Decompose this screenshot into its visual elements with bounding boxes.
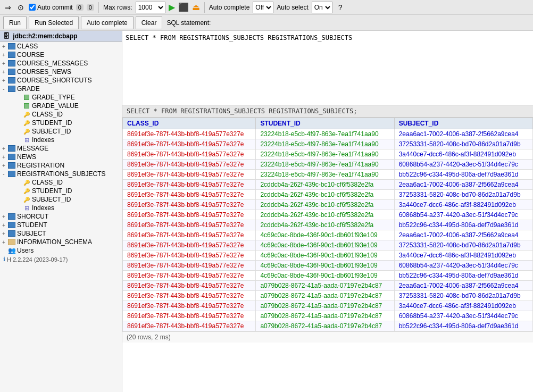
fk-icon-SUBJECT_ID_2: 🔑 [22,196,31,203]
badge1: 0 [76,4,84,11]
table-icon-SUBJECT [7,230,16,237]
sidebar-item-STUDENT_ID_1[interactable]: 🔑 STUDENT_ID [0,119,122,127]
sidebar-item-GRADE[interactable]: - GRADE [0,85,122,93]
label-REGISTRATIONS_SUBJECTS: REGISTRATIONS_SUBJECTS [17,170,105,178]
main-layout: 🗄 jdbc:h2:mem:dcbapp + CLASS + COURSE + … [0,31,533,392]
sql-editor[interactable]: SELECT * FROM REGISTRATIONS_SUBJECTS REG… [122,31,533,105]
help-icon[interactable]: ? [336,3,345,12]
table-row: 8691ef3e-787f-443b-bbf8-419a577e327e2cdd… [123,180,533,190]
table-icon-NEWS [7,153,16,161]
auto-complete-select[interactable]: Off On [253,2,273,13]
sidebar-item-SUBJECT[interactable]: + SUBJECT [0,229,122,238]
auto-select-select[interactable]: On Off [312,2,332,13]
table-icon-CLASS [7,43,16,50]
results-area: SELECT * FROM REGISTRATIONS_SUBJECTS REG… [122,105,533,392]
table-cell: 37253331-5820-408c-bd70-86d2a01a7d9b [394,139,532,149]
table-cell: 8691ef3e-787f-443b-bbf8-419a577e327e [123,190,256,200]
autocommit-label[interactable]: Auto commit [29,4,73,11]
label-COURSES_SHORTCUTS: COURSES_SHORTCUTS [17,77,91,84]
toggle-SUBJECT: + [0,231,7,237]
sidebar-item-REGISTRATIONS_SUBJECTS[interactable]: - REGISTRATIONS_SUBJECTS [0,170,122,178]
table-cell: 8691ef3e-787f-443b-bbf8-419a577e327e [123,271,256,281]
run-orange-btn[interactable]: ⏏ [192,2,200,12]
sidebar-item-CLASS[interactable]: + CLASS [0,42,122,51]
toggle-MESSAGE: + [0,146,7,152]
label-STUDENT_ID_2: STUDENT_ID [32,187,72,195]
autocommit-checkbox[interactable] [29,4,36,11]
table-cell: 3a440ce7-dcc6-486c-af3f-882491d092eb [394,251,532,261]
label-CLASS: CLASS [17,43,38,50]
sidebar-item-REGISTRATION[interactable]: + REGISTRATION [0,161,122,170]
autocommit-text: Auto commit [37,4,73,11]
table-cell: 8691ef3e-787f-443b-bbf8-419a577e327e [123,160,256,170]
sidebar-item-CLASS_ID_1[interactable]: 🔑 CLASS_ID [0,110,122,119]
sidebar-item-COURSES_MESSAGES[interactable]: + COURSES_MESSAGES [0,59,122,68]
run-button[interactable]: Run [3,16,27,29]
sidebar-item-COURSES_SHORTCUTS[interactable]: + COURSES_SHORTCUTS [0,76,122,85]
index-icon-INDEXES_1: ⊞ [22,136,31,144]
sidebar-item-SUBJECT_ID_2[interactable]: 🔑 SUBJECT_ID [0,195,122,204]
run-green-btn[interactable]: ▶ [169,2,175,12]
sidebar: 🗄 jdbc:h2:mem:dcbapp + CLASS + COURSE + … [0,31,122,392]
col-header-SUBJECT_ID[interactable]: SUBJECT_ID [394,118,532,129]
table-cell: 4c69c0ac-8bde-436f-90c1-db601f93e109 [256,240,394,251]
separator1 [98,2,99,13]
table-icon-REGISTRATIONS_SUBJECTS [7,170,16,178]
sidebar-item-GRADE_VALUE[interactable]: GRADE_VALUE [0,102,122,110]
sidebar-item-INDEXES_2[interactable]: ⊞ Indexes [0,204,122,212]
table-cell: 8691ef3e-787f-443b-bbf8-419a577e327e [123,261,256,271]
table-cell: 37253331-5820-408c-bd70-86d2a01a7d9b [394,291,532,301]
info-icon: ℹ [3,256,5,263]
auto-complete-button[interactable]: Auto complete [81,16,134,29]
label-GRADE_VALUE: GRADE_VALUE [32,102,79,110]
sidebar-item-STUDENT[interactable]: + STUDENT [0,221,122,229]
sidebar-item-users[interactable]: 👥 Users [0,246,122,255]
table-cell: 60868b54-a237-4420-a3ec-51f34d4ec79c [394,210,532,220]
sidebar-item-SUBJECT_ID_1[interactable]: 🔑 SUBJECT_ID [0,127,122,136]
top-toolbar: ⇒ ⊙ Auto commit 0 0 Max rows: 1000 100 5… [0,0,533,15]
table-cell: 8691ef3e-787f-443b-bbf8-419a577e327e [123,281,256,291]
sidebar-item-INDEXES_1[interactable]: ⊞ Indexes [0,136,122,144]
label-INDEXES_1: Indexes [32,136,54,144]
table-cell: 23224b18-e5cb-4f97-863e-7ea1f741aa90 [256,170,394,180]
sidebar-item-SHORCUT[interactable]: + SHORCUT [0,212,122,221]
sidebar-item-CLASS_ID_2[interactable]: 🔑 CLASS_ID [0,178,122,187]
label-REGISTRATION: REGISTRATION [17,162,64,169]
sidebar-item-INFORMATION_SCHEMA[interactable]: + INFORMATION_SCHEMA [0,238,122,246]
label-STUDENT: STUDENT [17,221,47,229]
sidebar-item-MESSAGE[interactable]: + MESSAGE [0,144,122,153]
right-panel: SELECT * FROM REGISTRATIONS_SUBJECTS REG… [122,31,533,392]
toggle-CLASS: + [0,44,7,49]
col-icon-GRADE_VALUE [22,102,31,110]
clear-button[interactable]: Clear [136,16,163,29]
max-rows-select[interactable]: 1000 100 500 10000 [136,2,165,13]
table-cell: 8691ef3e-787f-443b-bbf8-419a577e327e [123,301,256,311]
label-SUBJECT_ID_2: SUBJECT_ID [32,196,71,203]
table-icon-MESSAGE [7,145,16,152]
sidebar-item-GRADE_TYPE[interactable]: GRADE_TYPE [0,93,122,102]
sidebar-item-COURSE[interactable]: + COURSE [0,51,122,59]
users-icon: 👥 [7,247,16,254]
sidebar-item-COURSES_NEWS[interactable]: + COURSES_NEWS [0,68,122,76]
stop-btn[interactable]: ⬛ [178,2,189,12]
table-row: 8691ef3e-787f-443b-bbf8-419a577e327e4c69… [123,261,533,271]
circle-icon: ⊙ [16,3,26,12]
table-cell: 2cddcb4a-262f-439c-bc10-cf6f5382e2fa [256,210,394,220]
fk-icon-STUDENT_ID_2: 🔑 [22,187,31,195]
run-selected-button[interactable]: Run Selected [29,16,79,29]
table-cell: 8691ef3e-787f-443b-bbf8-419a577e327e [123,139,256,149]
arrow-icon: ⇒ [3,3,13,12]
sidebar-item-NEWS[interactable]: + NEWS [0,153,122,161]
table-cell: 2cddcb4a-262f-439c-bc10-cf6f5382e2fa [256,190,394,200]
sidebar-item-STUDENT_ID_2[interactable]: 🔑 STUDENT_ID [0,187,122,195]
table-cell: 8691ef3e-787f-443b-bbf8-419a577e327e [123,210,256,220]
col-header-CLASS_ID[interactable]: CLASS_ID [123,118,256,129]
table-icon-COURSES_NEWS [7,68,16,76]
col-header-STUDENT_ID[interactable]: STUDENT_ID [256,118,394,129]
label-GRADE: GRADE [17,85,40,93]
toggle-SHORCUT: + [0,214,7,220]
table-cell: a079b028-8672-41a5-aada-07197e2b4c87 [256,321,394,331]
label-SHORCUT: SHORCUT [17,213,48,220]
table-cell: bb522c96-c334-495d-806a-def7d9ae361d [394,170,532,180]
table-row: 8691ef3e-787f-443b-bbf8-419a577e327e2322… [123,160,533,170]
